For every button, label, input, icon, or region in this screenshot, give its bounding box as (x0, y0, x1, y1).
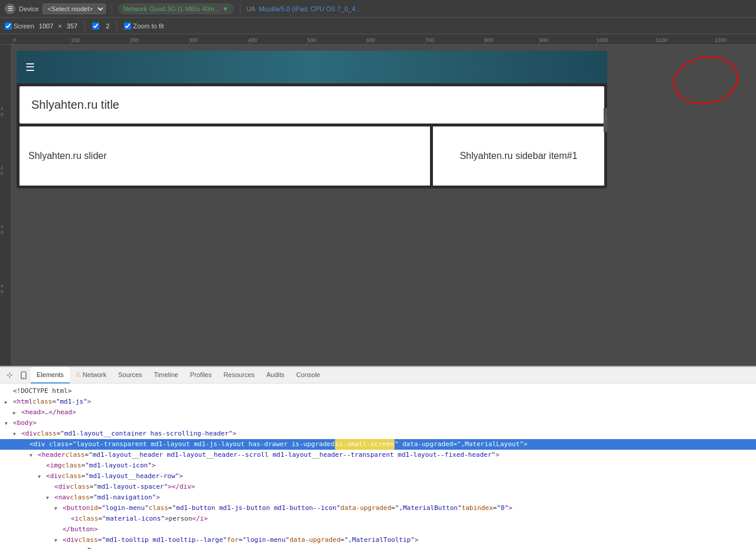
svg-text:100: 100 (71, 37, 80, 43)
svg-text:700: 700 (425, 37, 434, 43)
svg-text:1200: 1200 (715, 37, 726, 43)
network-selector[interactable]: Network Good 3G (1 MB/s 40m... ▼ (118, 4, 234, 14)
preview-slider: Shlyahten.ru slider (19, 126, 430, 186)
code-line-6[interactable]: <div class="layout-transparent md1-layou… (0, 439, 756, 450)
expand-arrow-2[interactable] (5, 397, 13, 407)
device-icon[interactable]: ☰ (5, 4, 15, 14)
svg-text:0: 0 (1, 112, 4, 117)
network-warn-icon: ⚠ (76, 371, 81, 378)
screen-checkbox[interactable] (5, 22, 12, 30)
tab-profiles-label: Profiles (190, 371, 212, 378)
svg-text:1000: 1000 (597, 37, 608, 43)
code-line-16: Вход (0, 545, 756, 549)
tab-elements-label: Elements (37, 371, 64, 378)
expand-arrow-9[interactable] (38, 471, 46, 482)
ruler-svg: 0 100 200 300 400 500 600 700 800 900 10… (0, 34, 756, 45)
svg-text:0: 0 (1, 289, 4, 294)
screen-width[interactable]: 1007 (39, 22, 53, 30)
expand-arrow-7[interactable] (30, 450, 38, 460)
expand-arrow-15[interactable] (54, 535, 63, 545)
svg-text:900: 900 (539, 37, 548, 43)
code-line-4: <body> (0, 418, 756, 428)
preview-title: Shlyahten.ru title (31, 98, 592, 112)
ua-value[interactable]: Mozilla/5.0 (iPad; CPU OS 7_0_4... (259, 5, 360, 12)
divider4 (116, 21, 117, 31)
screen-checkbox-group: Screen (5, 22, 34, 30)
network-value: Good 3G (1 MB/s 40m... (149, 5, 220, 12)
main-area: 0 1 0 2 0 3 0 4 0 ☰ Shlyahten.ru title (0, 45, 756, 366)
resize-handle[interactable]: ⋮ (604, 108, 607, 132)
resize-dots: ⋮ (604, 117, 608, 122)
tab-network[interactable]: ⚠ Network (70, 367, 112, 384)
devtools-panel: ⊹ Elements ⚠ Network Sources Timeline Pr… (0, 366, 756, 549)
dpr-checkbox[interactable] (92, 22, 99, 30)
divider1 (112, 4, 112, 14)
code-line-11: <nav class="md1-navigation" > (0, 492, 756, 503)
zoom-label: Zoom to fit (133, 22, 164, 30)
tab-resources-label: Resources (223, 371, 255, 378)
hamburger-icon[interactable]: ☰ (25, 61, 35, 74)
code-area[interactable]: <!DOCTYPE html> <html class="md1-js" > <… (0, 384, 756, 549)
network-label: Network (123, 5, 147, 12)
svg-text:3: 3 (1, 224, 4, 229)
code-line-5: <div class="md1-layout__container has-sc… (0, 428, 756, 439)
tab-timeline[interactable]: Timeline (148, 367, 184, 384)
tab-resources[interactable]: Resources (217, 367, 260, 384)
devtools-cursor-icon[interactable]: ⊹ (2, 368, 17, 382)
svg-text:600: 600 (366, 37, 375, 43)
code-line-3: <head> … </head> (0, 407, 756, 418)
sidebar-text: Shlyahten.ru sidebar item#1 (460, 151, 577, 161)
horizontal-ruler: 0 100 200 300 400 500 600 700 800 900 10… (0, 34, 756, 45)
code-line-15: <div class="md1-tooltip md1-tooltip--lar… (0, 535, 756, 545)
expand-arrow-12[interactable] (54, 503, 63, 514)
toolbar-row2: Screen 1007 × 357 2 Zoom to fit (0, 18, 756, 34)
tab-audits[interactable]: Audits (260, 367, 291, 384)
device-label: Device (19, 5, 39, 12)
svg-point-36 (23, 377, 24, 378)
svg-text:1: 1 (1, 106, 4, 111)
svg-text:1100: 1100 (656, 37, 667, 43)
svg-rect-25 (0, 45, 11, 366)
tab-profiles[interactable]: Profiles (184, 367, 218, 384)
tab-elements[interactable]: Elements (31, 367, 70, 384)
toolbar-row1: ☰ Device <Select model> Network Good 3G … (0, 0, 756, 18)
svg-rect-0 (0, 34, 756, 45)
screen-height[interactable]: 357 (67, 22, 77, 30)
device-model-select[interactable]: <Select model> (43, 4, 106, 14)
preview-header: ☰ (17, 51, 607, 83)
svg-text:4: 4 (1, 283, 4, 288)
tab-timeline-label: Timeline (154, 371, 178, 378)
code-line-10: <div class="md1-layout-spacer" ></div> (0, 482, 756, 492)
svg-text:2: 2 (1, 165, 4, 170)
red-circle-annotation (670, 51, 742, 109)
ua-label: UA (246, 5, 255, 12)
expand-arrow-5[interactable] (13, 428, 21, 439)
vertical-ruler: 0 1 0 2 0 3 0 4 0 (0, 45, 11, 366)
slider-text: Shlyahten.ru slider (28, 151, 107, 161)
devtools-tabs: ⊹ Elements ⚠ Network Sources Timeline Pr… (0, 367, 756, 384)
code-line-1: <!DOCTYPE html> (0, 386, 756, 397)
code-line-7: <header class="md1-layout__header md1-la… (0, 450, 756, 460)
tab-audits-label: Audits (266, 371, 285, 378)
tab-sources[interactable]: Sources (112, 367, 148, 384)
tab-sources-label: Sources (118, 371, 142, 378)
preview-bottom: Shlyahten.ru slider Shlyahten.ru sidebar… (19, 126, 604, 186)
expand-arrow-4[interactable] (5, 418, 13, 428)
expand-arrow-3[interactable] (13, 407, 21, 418)
devtools-mobile-icon[interactable] (17, 368, 31, 382)
svg-text:0: 0 (1, 171, 4, 176)
svg-text:300: 300 (189, 37, 198, 43)
code-line-14: </button> (0, 524, 756, 535)
code-line-13: <i class="material-icons" > person </i> (0, 514, 756, 524)
network-dropdown-icon[interactable]: ▼ (222, 5, 229, 12)
expand-arrow-11[interactable] (46, 492, 54, 503)
tab-console-label: Console (296, 371, 320, 378)
divider2 (240, 4, 240, 14)
zoom-checkbox[interactable] (124, 22, 131, 30)
dpr-value[interactable]: 2 (106, 22, 109, 30)
tab-console[interactable]: Console (291, 367, 326, 384)
screen-cross: × (58, 22, 61, 30)
code-line-9: <div class="md1-layout__header-row" > (0, 471, 756, 482)
svg-text:800: 800 (484, 37, 493, 43)
device-frame: ☰ Shlyahten.ru title Shlyahten.ru slider… (17, 51, 607, 189)
